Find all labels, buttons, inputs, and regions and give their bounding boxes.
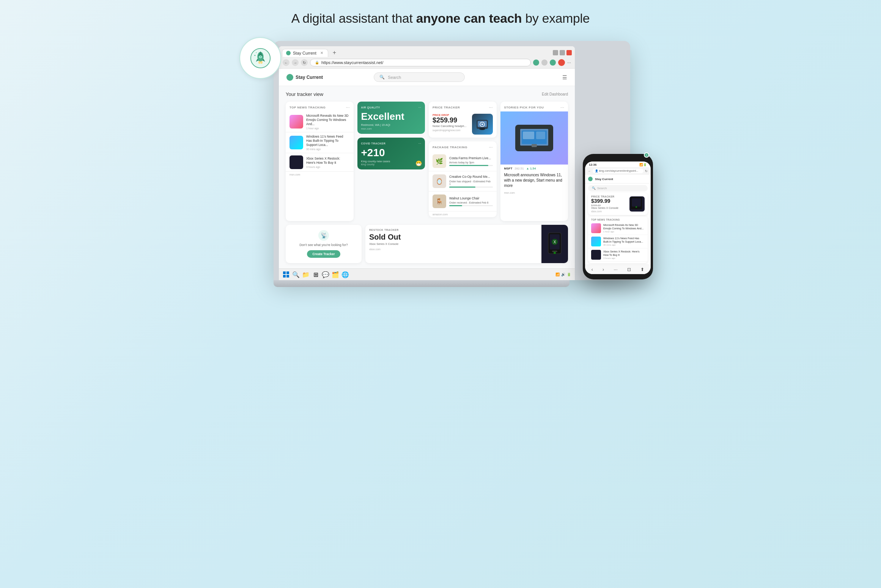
headline-prefix: A digital assistant that: [291, 11, 416, 25]
package-tag: PACKAGE TRACKING: [433, 146, 467, 149]
package-status-2: Order has shipped - Estimated Feb 1: [449, 180, 493, 185]
browser-toolbar-icons: ···: [533, 59, 571, 66]
phone-bookmark-nav[interactable]: ⊡: [627, 267, 631, 272]
price-more[interactable]: ···: [489, 105, 492, 110]
package-name-3: Walnut Lounge Chair: [449, 196, 493, 201]
create-tracker-card: 📡 Don't see what you're looking for? Cre…: [286, 225, 362, 263]
logo-circle: [239, 37, 281, 79]
svg-point-6: [260, 56, 261, 58]
air-more[interactable]: ···: [418, 105, 421, 109]
minimize-button[interactable]: [553, 50, 558, 55]
stories-change: ▲ 1.54: [526, 167, 536, 170]
forward-button[interactable]: →: [292, 59, 299, 66]
phone-url-text: bing.com/staycurrent/entrypoint...: [599, 169, 638, 172]
covid-tracker-card: COVID TRACKER ··· +210 King county new c…: [357, 138, 425, 169]
phone-notch: [609, 158, 628, 161]
phone-news-text-2: Windows 11's News Feed Has Built-In Tipp…: [603, 237, 645, 246]
refresh-button[interactable]: ↻: [301, 59, 308, 66]
phone-news-thumb-2: [591, 237, 601, 246]
svg-rect-31: [286, 275, 289, 278]
news-card-more[interactable]: ···: [346, 105, 349, 110]
more-icon[interactable]: ···: [567, 60, 571, 65]
phone-search-bar[interactable]: 🔍 Search: [588, 185, 648, 191]
package-thumb-2: 🪞: [433, 174, 446, 188]
stories-more[interactable]: ···: [560, 105, 564, 110]
phone-news-item-1[interactable]: Microsoft Reveals Its New 3D Emojis Comi…: [588, 222, 648, 235]
new-tab-button[interactable]: +: [330, 49, 339, 57]
phone-forward-nav[interactable]: ›: [603, 267, 604, 272]
windows-start-icon[interactable]: [283, 271, 289, 278]
back-button[interactable]: ←: [283, 59, 289, 66]
phone-news-text-3: Xbox Series X Restock: Here's How To Buy…: [603, 250, 645, 259]
close-button[interactable]: [566, 50, 572, 55]
phone-share-nav[interactable]: ⬆: [640, 267, 644, 272]
phone-url-bar[interactable]: 👤 bing.com/staycurrent/entrypoint...: [593, 169, 644, 173]
svg-point-8: [260, 61, 263, 63]
chat-icon[interactable]: 💬: [322, 271, 329, 278]
price-tracker-card: PRICE TRACKER ··· Price Drop $259.99 Noi…: [429, 102, 497, 138]
browser-icon[interactable]: 🌐: [342, 271, 349, 278]
news-item-1[interactable]: Microsoft Reveals Its New 3D Emojis Comi…: [286, 111, 354, 132]
package-info-3: Walnut Lounge Chair Order recieved - Est…: [449, 196, 493, 206]
phone-news-text-1: Microsoft Reveals Its New 3D Emojis Comi…: [603, 224, 645, 233]
svg-rect-29: [286, 271, 289, 274]
hamburger-menu[interactable]: ☰: [562, 74, 567, 80]
package-more[interactable]: ···: [489, 144, 492, 150]
phone-more-nav[interactable]: ···: [614, 267, 617, 272]
news-text-3: Xbox Series X Restock: Here's How To Buy…: [306, 157, 350, 168]
package-info-2: Creative Co-Op Round Me... Order has shi…: [449, 175, 493, 187]
svg-rect-28: [283, 271, 286, 274]
covid-more[interactable]: ···: [418, 141, 421, 145]
package-item-2[interactable]: 🪞 Creative Co-Op Round Me... Order has s…: [429, 171, 497, 191]
package-item-3[interactable]: 🪑 Walnut Lounge Chair Order recieved - E…: [429, 191, 497, 212]
phone-news-item-3[interactable]: Xbox Series X Restock: Here's How To Buy…: [588, 248, 648, 262]
edit-dashboard-link[interactable]: Edit Dashboard: [542, 92, 568, 96]
svg-point-15: [481, 124, 483, 125]
taskbar-sound: 🔊: [561, 273, 565, 276]
extension-icon2[interactable]: [550, 60, 556, 66]
price-product-image: [472, 114, 493, 135]
taskbar-wifi: 📶: [555, 273, 560, 276]
news-text-2: Windows 11's News Feed Has Built-In Tipp…: [306, 135, 350, 151]
back-icon: ←: [284, 61, 288, 65]
create-tracker-button[interactable]: Create Tracker: [307, 250, 340, 258]
news-meta-1: 1 hour ago: [306, 127, 350, 130]
phone-price-info: PRICE TRACKER $399.99 $499.99 Xbox Serie…: [591, 195, 627, 213]
maximize-button[interactable]: [560, 50, 565, 55]
package-tracking-card: PACKAGE TRACKING ··· 🌿 Costa Farms Premi…: [429, 141, 497, 217]
profile-icon[interactable]: [533, 60, 539, 66]
extension-icon[interactable]: [541, 60, 547, 66]
search-placeholder: Search: [388, 75, 401, 80]
phone-news-time-2: 30 mins ago: [603, 244, 645, 246]
phone-browser-bar: ← 👤 bing.com/staycurrent/entrypoint... ↻: [585, 167, 651, 175]
phone-news-item-2[interactable]: Windows 11's News Feed Has Built-In Tipp…: [588, 235, 648, 248]
laptop-mini-image: [515, 125, 553, 151]
news-item-3[interactable]: Xbox Series X Restock: Here's How To Buy…: [286, 153, 354, 172]
phone-back-nav[interactable]: ‹: [592, 267, 593, 272]
browser-tabs: Stay Current ✕ +: [279, 46, 575, 57]
page-headline: A digital assistant that anyone can teac…: [291, 11, 590, 26]
browser-address-bar-row: ← → ↻ 🔒 https://www.staycurrentassist.ne…: [279, 57, 575, 68]
phone-nav-bar: ‹ › ··· ⊡ ⬆: [585, 265, 651, 274]
file-explorer-icon[interactable]: 📁: [302, 271, 309, 278]
active-tab[interactable]: Stay Current ✕: [282, 49, 328, 57]
phone-app-name: Stay Current: [595, 177, 613, 181]
forward-icon: →: [293, 61, 297, 65]
phone-news-thumb-1: [591, 223, 601, 233]
news-item-2[interactable]: Windows 11's News Feed Has Built-In Tipp…: [286, 132, 354, 153]
app-logo: Stay Current: [286, 74, 323, 81]
second-row: 📡 Don't see what you're looking for? Cre…: [286, 225, 568, 263]
svg-rect-20: [536, 132, 545, 139]
widgets-icon[interactable]: ⊞: [312, 271, 319, 278]
folder-icon[interactable]: 🗂️: [332, 271, 339, 278]
package-item-1[interactable]: 🌿 Costa Farms Premium Live... Arrives to…: [429, 151, 497, 171]
user-avatar[interactable]: [558, 59, 565, 66]
app-search-bar[interactable]: 🔍 Search: [374, 72, 465, 82]
package-thumb-1: 🌿: [433, 154, 446, 168]
taskbar-right: 📶 🔊 🔋: [555, 273, 571, 276]
phone-refresh[interactable]: ↻: [645, 169, 648, 173]
address-bar[interactable]: 🔒 https://www.staycurrentassist.net/: [310, 59, 531, 66]
phone-back[interactable]: ←: [588, 169, 591, 173]
tab-close-button[interactable]: ✕: [320, 51, 323, 55]
search-taskbar-icon[interactable]: 🔍: [293, 271, 299, 278]
